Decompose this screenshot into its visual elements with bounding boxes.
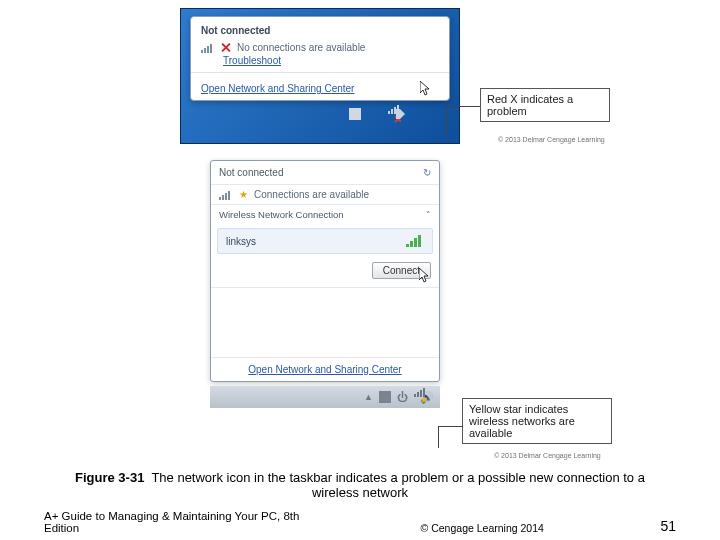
yellow-star-icon: ★ bbox=[420, 395, 428, 405]
callout-leader-line bbox=[446, 106, 480, 136]
figure-text: The network icon in the taskbar indicate… bbox=[151, 470, 645, 500]
network-flyout: Not connected ↻ ★ Connections are availa… bbox=[210, 160, 440, 382]
cursor-icon bbox=[420, 81, 432, 97]
callout-text: Yellow star indicates wireless networks … bbox=[462, 398, 612, 444]
yellow-star-icon: ★ bbox=[239, 190, 248, 200]
open-network-center-link[interactable]: Open Network and Sharing Center bbox=[201, 83, 354, 94]
action-center-icon[interactable] bbox=[379, 391, 391, 403]
refresh-icon[interactable]: ↻ bbox=[423, 167, 431, 178]
cursor-icon bbox=[419, 268, 431, 284]
power-icon[interactable]: ⏻ bbox=[397, 391, 408, 403]
footer-copyright: © Cengage Learning 2014 bbox=[421, 522, 544, 534]
slide-footer: A+ Guide to Managing & Maintaining Your … bbox=[44, 510, 676, 534]
separator bbox=[191, 72, 449, 73]
wifi-network-item[interactable]: linksys bbox=[217, 228, 433, 254]
troubleshoot-link[interactable]: Troubleshoot bbox=[223, 55, 281, 66]
status-text: Connections are available bbox=[254, 189, 369, 200]
chevron-up-icon: ˄ bbox=[426, 210, 431, 220]
callout-top: Red X indicates a problem bbox=[480, 88, 610, 122]
figure-label: Figure 3-31 bbox=[75, 470, 144, 485]
flyout-title: Not connected bbox=[201, 25, 439, 36]
signal-bars-icon bbox=[201, 43, 215, 53]
group-label: Wireless Network Connection bbox=[219, 209, 344, 220]
status-text: No connections are available bbox=[237, 42, 365, 53]
action-center-icon[interactable] bbox=[349, 108, 361, 120]
copyright-small-bottom: © 2013 Delmar Cengage Learning bbox=[494, 452, 601, 459]
red-x-icon bbox=[221, 43, 231, 53]
network-flyout: Not connected No connections are availab… bbox=[190, 16, 450, 101]
copyright-small-top: © 2013 Delmar Cengage Learning bbox=[498, 136, 605, 143]
signal-strength-icon bbox=[406, 235, 424, 247]
network-name: linksys bbox=[226, 236, 256, 247]
signal-bars-icon bbox=[219, 190, 233, 200]
screenshot-top: Not connected No connections are availab… bbox=[180, 8, 460, 127]
callout-text: Red X indicates a problem bbox=[480, 88, 610, 122]
callout-leader-line bbox=[438, 426, 462, 448]
open-network-center-link[interactable]: Open Network and Sharing Center bbox=[248, 364, 401, 375]
status-row: ★ Connections are available bbox=[211, 184, 439, 205]
chevron-up-icon[interactable]: ▲ bbox=[364, 392, 373, 402]
speaker-icon[interactable] bbox=[396, 109, 406, 119]
screenshot-bottom: Not connected ↻ ★ Connections are availa… bbox=[210, 160, 440, 408]
footer-left: A+ Guide to Managing & Maintaining Your … bbox=[44, 510, 304, 534]
figure-caption: Figure 3-31 The network icon in the task… bbox=[60, 470, 660, 500]
flyout-title: Not connected bbox=[219, 167, 284, 178]
group-header[interactable]: Wireless Network Connection ˄ bbox=[211, 205, 439, 224]
empty-list-area bbox=[211, 287, 439, 357]
status-row: No connections are available bbox=[201, 42, 439, 53]
callout-bottom: Yellow star indicates wireless networks … bbox=[462, 398, 612, 444]
page-number: 51 bbox=[660, 518, 676, 534]
taskbar: ▲ ⏻ ★ 🔊 bbox=[210, 386, 440, 408]
